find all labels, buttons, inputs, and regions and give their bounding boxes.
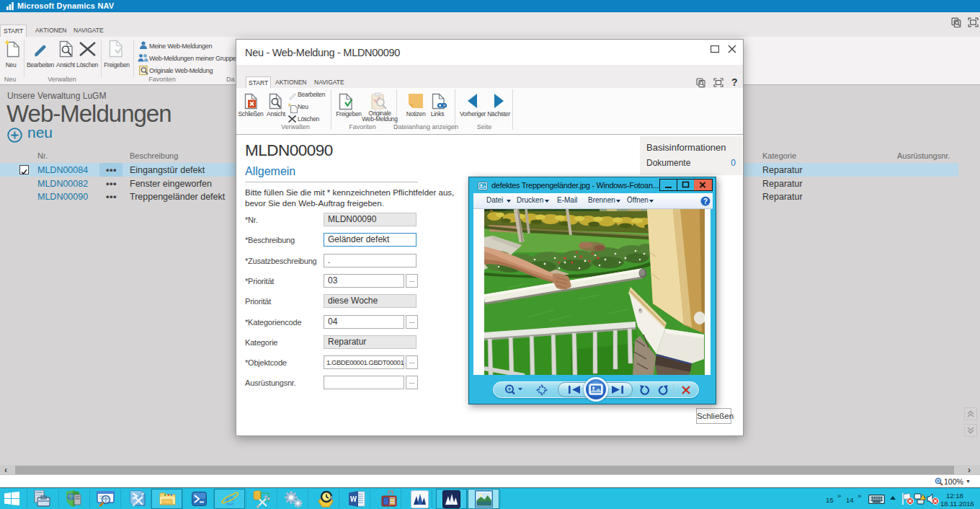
svg-text:?: ? [703, 198, 708, 205]
